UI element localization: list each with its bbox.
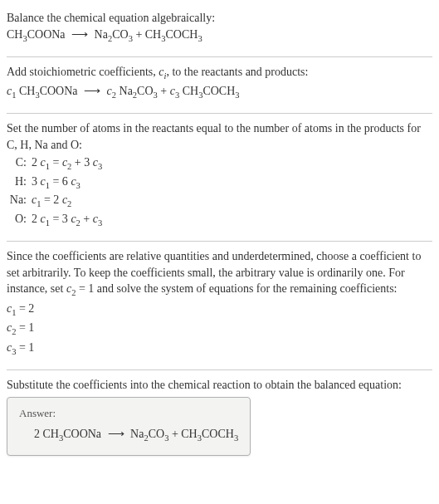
step4-instruction: Since the coefficients are relative quan… [7, 248, 432, 300]
balanced-equation: 2 CH3COONa ⟶ Na2CO3 + CH3COCH3 [19, 426, 238, 444]
divider [7, 241, 432, 242]
step2: Add stoichiometric coefficients, ci, to … [7, 61, 432, 110]
step5-instruction: Substitute the coefficients into the che… [7, 377, 432, 394]
reaction-arrow: ⟶ [105, 428, 128, 440]
atom-equations-table: C: 2 c1 = c2 + 3 c3 H: 3 c1 = 6 c3 Na: c… [7, 154, 107, 229]
product1: Na2CO3 [95, 28, 133, 41]
product2: CH3COCH3 [145, 28, 202, 41]
answer-box: Answer: 2 CH3COONa ⟶ Na2CO3 + CH3COCH3 [7, 397, 251, 456]
table-row: C: 2 c1 = c2 + 3 c3 [7, 154, 107, 173]
divider [7, 56, 432, 57]
step3: Set the number of atoms in the reactants… [7, 117, 432, 237]
step2-instruction: Add stoichiometric coefficients, ci, to … [7, 64, 432, 82]
coeff-solutions: c1 = 2 c2 = 1 c3 = 1 [7, 300, 432, 359]
step1-instruction: Balance the chemical equation algebraica… [7, 10, 432, 27]
step1: Balance the chemical equation algebraica… [7, 7, 432, 53]
reaction-arrow: ⟶ [68, 28, 91, 41]
divider [7, 113, 432, 114]
step3-instruction: Set the number of atoms in the reactants… [7, 120, 432, 153]
table-row: O: 2 c1 = 3 c2 + c3 [7, 211, 107, 229]
reactant: CH3COONa [7, 28, 66, 41]
answer-label: Answer: [19, 406, 238, 421]
divider [7, 369, 432, 370]
step2-equation: c1 CH3COONa ⟶ c2 Na2CO3 + c3 CH3COCH3 [7, 83, 432, 101]
reaction-arrow: ⟶ [80, 85, 104, 97]
step1-equation: CH3COONa ⟶ Na2CO3 + CH3COCH3 [7, 27, 432, 45]
table-row: Na: c1 = 2 c2 [7, 192, 107, 210]
step4: Since the coefficients are relative quan… [7, 245, 432, 366]
step5: Substitute the coefficients into the che… [7, 374, 432, 463]
table-row: H: 3 c1 = 6 c3 [7, 174, 107, 192]
